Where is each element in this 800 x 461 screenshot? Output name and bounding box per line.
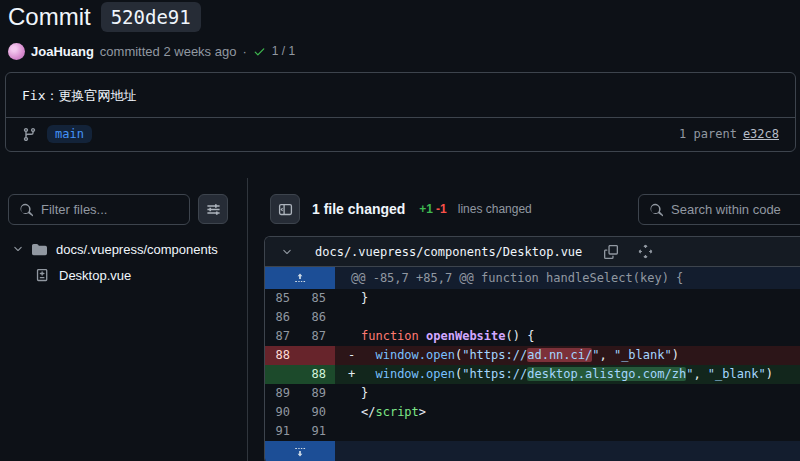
search-icon	[19, 203, 33, 217]
code-line: window.open("https://ad.nn.ci/", "_blank…	[361, 346, 800, 365]
diff-toolbar: 1 file changed +1 -1 lines changed	[270, 194, 532, 224]
code-segment: }	[361, 386, 368, 400]
code-segment: ,	[599, 348, 613, 362]
code-segment	[361, 367, 375, 381]
diff-line-context: 8585}	[265, 289, 800, 308]
diff-marker	[335, 403, 361, 422]
diff-file-path[interactable]: docs/.vuepress/components/Desktop.vue	[315, 245, 582, 259]
diff-line-del: 88- window.open("https://ad.nn.ci/", "_b…	[265, 346, 800, 365]
commit-sha-badge: 520de91	[101, 2, 201, 32]
code-segment	[419, 329, 426, 343]
filter-files-field	[8, 194, 190, 225]
deletions-count: -1	[436, 202, 447, 216]
code-segment: </	[361, 405, 375, 419]
tree-file-row[interactable]: Desktop.vue	[0, 262, 247, 288]
sliders-icon	[206, 202, 221, 217]
expand-up-button[interactable]	[265, 267, 335, 289]
new-line-number[interactable]: 87	[299, 327, 335, 346]
code-search-field	[638, 194, 800, 225]
hunk-row: @@ -85,7 +85,7 @@ function handleSelect(…	[265, 267, 800, 289]
code-line: }	[361, 384, 800, 403]
old-line-number[interactable]: 88	[265, 346, 299, 365]
old-line-number[interactable]: 86	[265, 308, 299, 327]
commit-footer: main 1 parent e32c8	[6, 117, 795, 150]
new-line-number[interactable]	[299, 346, 335, 365]
page-title: Commit	[8, 3, 91, 31]
commit-time: committed 2 weeks ago	[100, 44, 237, 59]
additions-count: +1	[419, 202, 433, 216]
diff-table: @@ -85,7 +85,7 @@ function handleSelect(…	[265, 267, 800, 461]
code-segment: "_blank"	[708, 367, 766, 381]
hunk-header-text: @@ -85,7 +85,7 @@ function handleSelect(…	[335, 267, 683, 289]
diff-marker: -	[335, 346, 361, 365]
diff-line-context: 9090</script>	[265, 403, 800, 422]
author-name[interactable]: JoaHuang	[31, 44, 94, 59]
parent-sha-link[interactable]: e32c8	[743, 127, 779, 141]
new-line-number[interactable]: 91	[299, 422, 335, 441]
expand-down-button[interactable]	[265, 441, 335, 461]
diff-marker: +	[335, 365, 361, 384]
files-changed-label: 1 file changed	[312, 201, 405, 217]
code-segment: openWebsite	[426, 329, 505, 343]
diff-marker	[335, 384, 361, 403]
new-line-number[interactable]: 85	[299, 289, 335, 308]
file-tree-sidebar: docs/.vuepress/components Desktop.vue	[0, 178, 248, 461]
tree-folder-row[interactable]: docs/.vuepress/components	[0, 236, 247, 262]
code-segment: }	[361, 291, 368, 305]
folder-icon	[32, 242, 47, 257]
code-segment	[361, 348, 375, 362]
file-filter-button[interactable]	[198, 194, 228, 224]
code-line: </script>	[361, 403, 800, 422]
diff-marker	[335, 327, 361, 346]
code-line: function openWebsite() {	[361, 327, 800, 346]
code-segment: "https://	[462, 367, 527, 381]
diff-card: docs/.vuepress/components/Desktop.vue @@…	[264, 236, 800, 461]
new-line-number[interactable]: 88	[299, 365, 335, 384]
code-line: }	[361, 289, 800, 308]
code-search-input[interactable]	[639, 195, 800, 224]
parent-info: 1 parent e32c8	[679, 127, 779, 141]
expand-down-icon	[293, 445, 307, 459]
git-branch-icon	[22, 127, 37, 142]
old-line-number[interactable]	[265, 365, 299, 384]
chevron-down-icon	[281, 246, 293, 258]
checks-passed-icon[interactable]	[253, 45, 266, 58]
lines-changed-label: lines changed	[458, 202, 532, 216]
old-line-number[interactable]: 91	[265, 422, 299, 441]
expander-row	[265, 441, 800, 461]
sidebar-panel-icon	[278, 202, 293, 217]
new-line-number[interactable]: 89	[299, 384, 335, 403]
filter-files-input[interactable]	[9, 195, 189, 224]
file-name: Desktop.vue	[59, 268, 131, 283]
collapse-file-tree-button[interactable]	[270, 194, 300, 224]
code-segment: script	[375, 405, 418, 419]
diff-main: 1 file changed +1 -1 lines changed docs/…	[264, 178, 800, 461]
checks-count[interactable]: 1 / 1	[272, 44, 295, 58]
diff-line-context: 8686	[265, 308, 800, 327]
code-line	[361, 308, 800, 327]
code-segment: )	[766, 367, 773, 381]
new-line-number[interactable]: 90	[299, 403, 335, 422]
avatar[interactable]	[8, 43, 25, 60]
collapse-diff-button[interactable]	[275, 244, 299, 260]
content-area: docs/.vuepress/components Desktop.vue 1 …	[0, 178, 800, 461]
code-line	[361, 422, 800, 441]
code-segment: desktop.alistgo.com/zh	[527, 367, 686, 381]
parent-label: 1 parent	[679, 127, 737, 141]
branch-badge[interactable]: main	[47, 125, 92, 143]
diff-file-header: docs/.vuepress/components/Desktop.vue	[265, 237, 800, 267]
drag-file-button[interactable]	[636, 242, 655, 261]
old-line-number[interactable]: 87	[265, 327, 299, 346]
new-line-number[interactable]: 86	[299, 308, 335, 327]
search-icon	[649, 203, 663, 217]
diff-marker	[335, 289, 361, 308]
copy-path-button[interactable]	[602, 243, 620, 261]
code-segment: "https://	[462, 348, 527, 362]
old-line-number[interactable]: 90	[265, 403, 299, 422]
code-segment: "_blank"	[614, 348, 672, 362]
code-segment: window.open	[375, 348, 454, 362]
old-line-number[interactable]: 89	[265, 384, 299, 403]
diff-line-context: 9191	[265, 422, 800, 441]
old-line-number[interactable]: 85	[265, 289, 299, 308]
diff-line-context: 8989}	[265, 384, 800, 403]
